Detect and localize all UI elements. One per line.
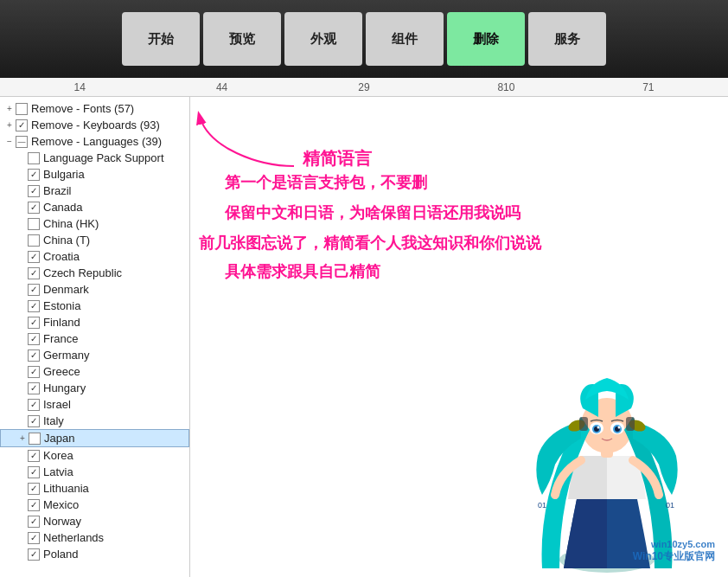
tree-item-hungary[interactable]: + Hungary (0, 380, 189, 396)
btn-external[interactable]: 外观 (284, 12, 362, 66)
checkbox-croatia[interactable] (28, 251, 40, 263)
label-hungary: Hungary (43, 381, 86, 394)
tree-item-keyboards[interactable]: + Remove - Keyboards (93) (0, 117, 189, 133)
svg-text:01: 01 (538, 501, 546, 510)
btn-components[interactable]: 组件 (366, 12, 444, 66)
tree-item-finland[interactable]: + Finland (0, 314, 189, 330)
checkbox-israel[interactable] (28, 399, 40, 411)
svg-point-13 (597, 426, 600, 429)
checkbox-mexico[interactable] (28, 499, 40, 511)
checkbox-languages[interactable] (16, 136, 28, 148)
tree-item-japan[interactable]: + Japan (0, 429, 189, 447)
label-canada: Canada (43, 201, 83, 214)
label-france: France (43, 332, 78, 345)
label-brazil: Brazil (43, 184, 72, 197)
tree-item-israel[interactable]: + Israel (0, 396, 189, 413)
tree-item-languages[interactable]: − Remove - Languages (39) (0, 133, 189, 150)
label-china-t: China (T) (43, 234, 90, 247)
label-greece: Greece (43, 365, 80, 378)
tree-item-poland[interactable]: + Poland (0, 546, 189, 562)
checkbox-estonia[interactable] (28, 300, 40, 312)
tree-item-canada[interactable]: + Canada (0, 199, 189, 215)
btn-services[interactable]: 服务 (528, 12, 606, 66)
tree-item-fonts[interactable]: + Remove - Fonts (57) (0, 100, 189, 117)
tree-item-czech[interactable]: + Czech Republic (0, 265, 189, 281)
checkbox-korea[interactable] (28, 450, 40, 462)
tree-item-lang-pack[interactable]: + Language Pack Support (0, 150, 189, 166)
tree-item-italy[interactable]: + Italy (0, 413, 189, 429)
checkbox-canada[interactable] (28, 202, 40, 214)
tree-item-netherlands[interactable]: + Netherlands (0, 529, 189, 546)
tree-item-france[interactable]: + France (0, 330, 189, 347)
btn-external-label: 外观 (310, 31, 336, 48)
svg-point-14 (618, 426, 621, 429)
tree-item-latvia[interactable]: + Latvia (0, 464, 189, 480)
checkbox-latvia[interactable] (28, 466, 40, 478)
expander-keyboards[interactable]: + (3, 119, 16, 131)
checkbox-denmark[interactable] (28, 284, 40, 296)
checkbox-china-t[interactable] (28, 234, 40, 247)
count-29: 29 (293, 81, 435, 93)
checkbox-netherlands[interactable] (28, 532, 40, 544)
label-estonia: Estonia (43, 299, 80, 312)
toolbar: 开始 预览 外观 组件 删除 服务 (0, 0, 728, 78)
btn-start-label: 开始 (148, 31, 174, 48)
tree-item-bulgaria[interactable]: + Bulgaria (0, 166, 189, 183)
tree-item-brazil[interactable]: + Brazil (0, 183, 189, 199)
checkbox-poland[interactable] (28, 548, 40, 561)
expander-japan[interactable]: + (16, 433, 29, 445)
counts-bar: 14 44 29 810 71 (0, 78, 728, 97)
btn-preview-label: 预览 (229, 31, 255, 48)
count-71: 71 (578, 81, 719, 93)
checkbox-hungary[interactable] (28, 382, 40, 394)
btn-remove[interactable]: 删除 (447, 12, 525, 66)
checkbox-norway[interactable] (28, 516, 40, 528)
tree-item-korea[interactable]: + Korea (0, 447, 189, 464)
label-china-hk: China (HK) (43, 217, 99, 230)
toolbar-buttons: 开始 预览 外观 组件 删除 服务 (122, 12, 606, 66)
label-japan: Japan (44, 432, 74, 445)
tree-item-lithuania[interactable]: + Lithuania (0, 480, 189, 497)
checkbox-lang-pack[interactable] (28, 152, 40, 164)
btn-start[interactable]: 开始 (122, 12, 200, 66)
annotation-line4: 具体需求跟具自己精简 (225, 260, 380, 285)
tree-item-denmark[interactable]: + Denmark (0, 281, 189, 298)
tree-item-greece[interactable]: + Greece (0, 363, 189, 380)
count-44: 44 (150, 81, 292, 93)
tree-item-norway[interactable]: + Norway (0, 513, 189, 529)
btn-preview[interactable]: 预览 (203, 12, 281, 66)
annotation-line1: 第一个是语言支持包，不要删 (225, 170, 427, 196)
tree-item-germany[interactable]: + Germany (0, 347, 189, 363)
expander-languages[interactable]: − (3, 136, 16, 148)
label-bulgaria: Bulgaria (43, 168, 85, 181)
watermark-url: win10zy5.com (633, 539, 715, 549)
checkbox-france[interactable] (28, 333, 40, 345)
checkbox-germany[interactable] (28, 349, 40, 362)
tree-item-croatia[interactable]: + Croatia (0, 248, 189, 265)
checkbox-japan[interactable] (29, 433, 41, 445)
expander-fonts[interactable]: + (3, 103, 16, 115)
checkbox-greece[interactable] (28, 366, 40, 378)
checkbox-bulgaria[interactable] (28, 169, 40, 181)
label-mexico: Mexico (43, 498, 79, 511)
checkbox-italy[interactable] (28, 415, 40, 427)
annotation-panel: 精简语言 第一个是语言支持包，不要删 保留中文和日语，为啥保留日语还用我说吗 前… (190, 97, 728, 577)
label-israel: Israel (43, 398, 71, 411)
checkbox-lithuania[interactable] (28, 483, 40, 495)
tree-panel[interactable]: + Remove - Fonts (57) + Remove - Keyboar… (0, 97, 190, 577)
tree-item-mexico[interactable]: + Mexico (0, 497, 189, 513)
label-lithuania: Lithuania (43, 482, 89, 495)
checkbox-finland[interactable] (28, 317, 40, 329)
checkbox-brazil[interactable] (28, 185, 40, 197)
label-keyboards: Remove - Keyboards (93) (31, 119, 160, 131)
tree-item-china-hk[interactable]: + China (HK) (0, 215, 189, 232)
label-norway: Norway (43, 515, 81, 528)
tree-item-china-t[interactable]: + China (T) (0, 232, 189, 248)
count-810: 810 (435, 81, 577, 93)
label-italy: Italy (43, 414, 64, 427)
checkbox-czech[interactable] (28, 267, 40, 279)
checkbox-china-hk[interactable] (28, 218, 40, 230)
tree-item-estonia[interactable]: + Estonia (0, 298, 189, 314)
checkbox-fonts[interactable] (16, 103, 28, 115)
checkbox-keyboards[interactable] (16, 119, 28, 131)
